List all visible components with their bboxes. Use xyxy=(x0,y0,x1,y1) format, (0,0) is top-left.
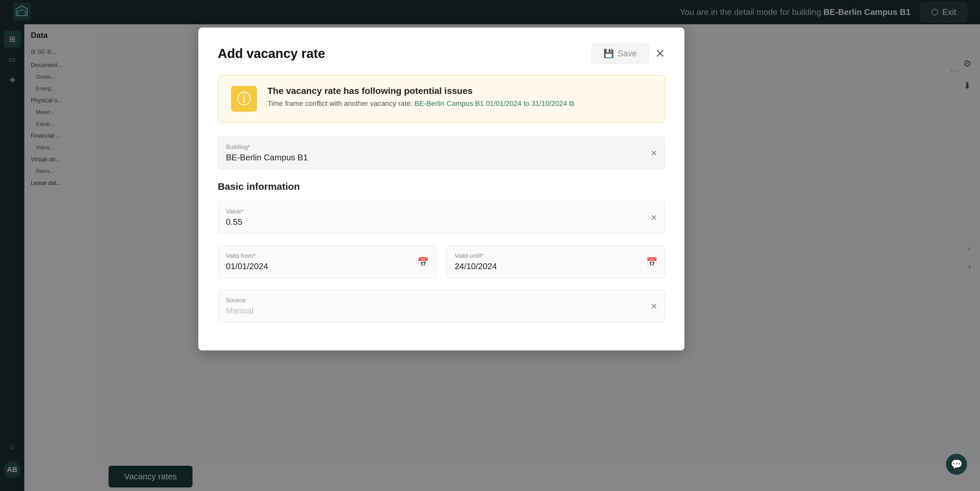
source-label: Source xyxy=(226,297,657,304)
basic-info-title: Basic information xyxy=(218,181,665,192)
add-vacancy-rate-modal: Add vacancy rate 💾 Save ✕ ⓘ The vacancy … xyxy=(198,27,684,350)
clear-icon: ✕ xyxy=(651,213,657,222)
value-field-group: Value* 0.55 ✕ xyxy=(218,201,665,234)
valid-from-calendar-button[interactable]: 📅 xyxy=(417,256,429,267)
source-clear-button[interactable]: ✕ xyxy=(651,301,657,311)
warning-title: The vacancy rate has following potential… xyxy=(267,86,574,96)
clear-icon: ✕ xyxy=(651,301,657,311)
building-field-group: Building* BE-Berlin Campus B1 ✕ xyxy=(218,137,665,169)
clear-icon: ✕ xyxy=(651,148,657,158)
warning-icon: ⓘ xyxy=(237,89,251,108)
save-icon: 💾 xyxy=(603,49,614,59)
valid-until-calendar-button[interactable]: 📅 xyxy=(646,256,657,267)
valid-until-label: Valid until* xyxy=(455,252,657,259)
value-label: Value* xyxy=(226,208,657,215)
source-value: Manual xyxy=(226,306,253,315)
calendar-icon: 📅 xyxy=(646,257,657,267)
warning-text: Time frame conflict with another vacancy… xyxy=(267,99,574,108)
source-field-group: Source Manual ✕ xyxy=(218,290,665,323)
external-link-icon: ⧉ xyxy=(569,99,574,108)
building-clear-button[interactable]: ✕ xyxy=(651,148,657,158)
chat-icon: 💬 xyxy=(950,459,963,470)
value-clear-button[interactable]: ✕ xyxy=(651,213,657,222)
date-fields-row: Valid from* 01/01/2024 📅 Valid until* 24… xyxy=(218,246,665,278)
value-field[interactable]: Value* 0.55 ✕ xyxy=(218,201,665,234)
modal-header-actions: 💾 Save ✕ xyxy=(592,44,665,64)
chat-bubble[interactable]: 💬 xyxy=(946,454,967,475)
building-label: Building* xyxy=(226,143,657,151)
modal-header: Add vacancy rate 💾 Save ✕ xyxy=(218,44,665,64)
valid-from-label: Valid from* xyxy=(226,252,428,259)
valid-from-half: Valid from* 01/01/2024 📅 xyxy=(218,246,436,278)
building-value: BE-Berlin Campus B1 xyxy=(226,153,308,162)
valid-from-field[interactable]: Valid from* 01/01/2024 📅 xyxy=(218,246,436,278)
valid-until-field[interactable]: Valid until* 24/10/2024 📅 xyxy=(447,246,665,278)
valid-until-half: Valid until* 24/10/2024 📅 xyxy=(447,246,665,278)
valid-from-value: 01/01/2024 xyxy=(226,261,268,271)
valid-until-value: 24/10/2024 xyxy=(455,261,497,271)
warning-content: The vacancy rate has following potential… xyxy=(267,86,574,108)
building-field: Building* BE-Berlin Campus B1 ✕ xyxy=(218,137,665,169)
close-button[interactable]: ✕ xyxy=(655,48,665,60)
close-icon: ✕ xyxy=(655,47,665,60)
warning-link[interactable]: BE-Berlin Campus B1 01/01/2024 to 31/10/… xyxy=(415,99,574,108)
warning-icon-box: ⓘ xyxy=(231,86,257,112)
save-button[interactable]: 💾 Save xyxy=(592,44,649,64)
basic-info-section: Basic information Value* 0.55 ✕ Valid fr… xyxy=(218,181,665,323)
calendar-icon: 📅 xyxy=(417,257,429,267)
modal-title: Add vacancy rate xyxy=(218,46,325,61)
value-value: 0.55 xyxy=(226,217,242,227)
warning-banner: ⓘ The vacancy rate has following potenti… xyxy=(218,75,665,122)
source-field[interactable]: Source Manual ✕ xyxy=(218,290,665,323)
